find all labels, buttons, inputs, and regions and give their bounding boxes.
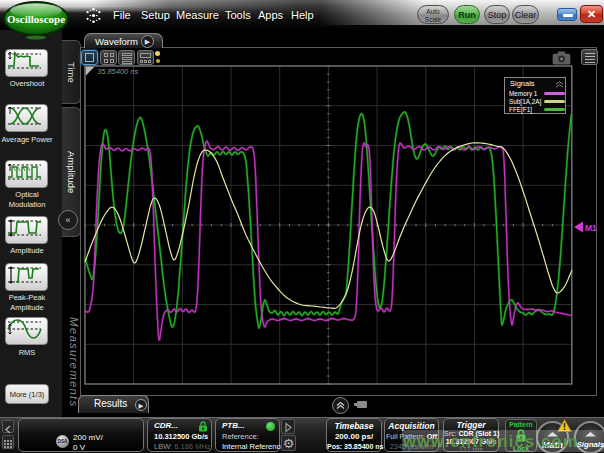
svg-text:35.85400 ns: 35.85400 ns bbox=[97, 67, 139, 76]
svg-text:M1: M1 bbox=[585, 223, 597, 233]
svg-text:Oscilloscope: Oscilloscope bbox=[7, 13, 65, 25]
